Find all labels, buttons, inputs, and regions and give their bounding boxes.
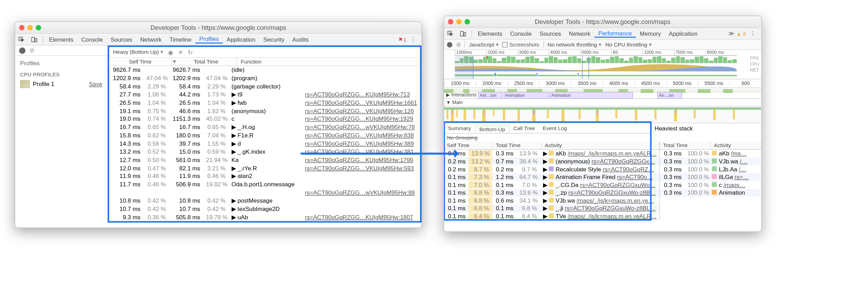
traffic-lights[interactable]: [448, 19, 470, 25]
table-row[interactable]: 0.3 ms100.0 %VJb.wa /…: [660, 158, 761, 165]
device-mode-icon[interactable]: [28, 34, 41, 45]
flame-chart[interactable]: [444, 107, 761, 123]
maximize-icon[interactable]: [465, 19, 470, 25]
table-row[interactable]: 0.3 ms100.0 %c /maps…: [660, 181, 761, 189]
col-self-time[interactable]: Self Time: [109, 58, 172, 66]
table-row[interactable]: 14.3 ms0.56 %39.7 ms1.55 %▶ drs=ACT90oGq…: [109, 139, 420, 148]
detail-tab-summary[interactable]: Summary: [444, 125, 475, 131]
col-function[interactable]: Function: [237, 58, 420, 66]
close-icon[interactable]: ✕: [178, 49, 183, 56]
tab-application[interactable]: Application: [665, 30, 701, 37]
tab-application[interactable]: Application: [223, 36, 259, 43]
clear-icon[interactable]: ⊘: [30, 47, 34, 54]
tab-network[interactable]: Network: [136, 36, 166, 43]
close-icon[interactable]: [19, 25, 25, 31]
table-row[interactable]: 0.1 ms7.3 %1.2 ms64.7 %▶Animation Frame …: [444, 173, 660, 181]
screenshots-checkbox[interactable]: [502, 42, 508, 48]
tab-sources[interactable]: Sources: [107, 36, 136, 43]
tab-timeline[interactable]: Timeline: [166, 36, 195, 43]
col-self-time[interactable]: Self Time: [444, 141, 493, 149]
table-row[interactable]: 26.5 ms1.04 %26.5 ms1.04 %▶ fwbrs=ACT90o…: [109, 99, 420, 107]
table-row[interactable]: 11.9 ms0.46 %11.9 ms0.46 %▶ atan2: [109, 172, 420, 180]
table-row[interactable]: 0.3 ms100.0 %iILGa rs=…: [660, 173, 761, 181]
timeline-ruler[interactable]: 1500 ms2000 ms2500 ms3000 ms3500 ms4000 …: [444, 79, 761, 88]
tab-security[interactable]: Security: [259, 36, 289, 43]
table-row[interactable]: 10.7 ms0.42 %10.7 ms0.42 %▶ texSubImage2…: [109, 205, 420, 213]
focus-icon[interactable]: ◉: [168, 49, 173, 56]
table-row[interactable]: 58.4 ms2.29 %58.4 ms2.29 %(garbage colle…: [109, 82, 420, 91]
tab-console[interactable]: Console: [506, 30, 536, 37]
table-row[interactable]: 13.2 ms0.52 %15.0 ms0.59 %▶ _.gK.indexrs…: [109, 148, 420, 156]
overview-selection-left[interactable]: [455, 56, 474, 79]
col-total-time[interactable]: Total Time: [493, 141, 542, 149]
table-row[interactable]: 0.1 ms7.0 %0.1 ms7.0 %▶_.CG.Da rs=ACT90o…: [444, 181, 660, 189]
more-tabs-icon[interactable]: ≫: [728, 30, 734, 36]
detail-tab-event-log[interactable]: Event Log: [539, 125, 571, 131]
view-mode-select[interactable]: Heavy (Bottom Up): [113, 49, 164, 55]
table-row[interactable]: rs=ACT90oGqRZGG…wVKUIgM95Hw:88: [109, 188, 420, 197]
table-row[interactable]: 19.0 ms0.74 %1151.3 ms45.02 %crs=ACT90oG…: [109, 115, 420, 124]
traffic-lights[interactable]: [19, 25, 41, 31]
table-row[interactable]: 1202.9 ms47.04 %1202.9 ms47.04 %(program…: [109, 74, 420, 83]
table-row[interactable]: 0.3 ms100.0 %aKb /ma…: [660, 150, 761, 158]
table-row[interactable]: 15.8 ms0.62 %180.0 ms7.04 %▶ F1e.Rrs=ACT…: [109, 131, 420, 140]
table-row[interactable]: 0.3 ms100.0 %Animation: [660, 189, 761, 197]
table-row[interactable]: 9626.7 ms9626.7 ms(idle): [109, 66, 420, 74]
col-total-time[interactable]: Total Time: [660, 141, 711, 149]
record-icon[interactable]: [447, 42, 452, 48]
tab-elements[interactable]: Elements: [474, 30, 506, 37]
table-row[interactable]: 0.1 ms6.4 %0.1 ms6.4 %▶TVe /maps/_/js/k=…: [444, 212, 660, 220]
select-element-icon[interactable]: [15, 34, 28, 45]
tab-performance[interactable]: Performance: [594, 29, 636, 37]
profile-item[interactable]: Profile 1 Save: [15, 78, 107, 90]
tab-sources[interactable]: Sources: [536, 30, 565, 37]
save-link[interactable]: Save: [89, 81, 102, 88]
table-row[interactable]: 0.2 ms8.7 %0.2 ms8.7 %▶Recalculate Style…: [444, 165, 660, 173]
table-row[interactable]: 11.7 ms0.46 %506.9 ms19.82 %Oda.b.port1.…: [109, 180, 420, 189]
tab-console[interactable]: Console: [77, 36, 107, 43]
table-row[interactable]: 12.7 ms0.50 %561.0 ms21.94 %Kars=ACT90oG…: [109, 156, 420, 164]
table-row[interactable]: 9.3 ms0.36 %505.8 ms19.78 %▶ uAbrs=ACT90…: [109, 213, 420, 221]
table-row[interactable]: 0.1 ms6.8 %0.6 ms34.1 %▶VJb.wa /maps/_/j…: [444, 197, 660, 205]
main-thread-label[interactable]: ▼ Main: [444, 99, 761, 107]
more-icon[interactable]: ⋮: [748, 30, 757, 36]
detail-tab-bottom-up[interactable]: Bottom-Up: [475, 126, 510, 132]
minimize-icon[interactable]: [456, 19, 462, 25]
table-row[interactable]: 0.1 ms6.8 %0.3 ms13.6 %▶_.zp rs=ACT90oGq…: [444, 189, 660, 197]
table-row[interactable]: 0.3 ms13.9 %0.3 ms13.9 %▶aKb /maps/_/js/…: [444, 150, 660, 158]
maximize-icon[interactable]: [36, 25, 41, 31]
minimize-icon[interactable]: [27, 25, 33, 31]
col-total-time[interactable]: Total Time: [176, 58, 237, 66]
tab-memory[interactable]: Memory: [636, 30, 665, 37]
more-icon[interactable]: ⋮: [408, 36, 418, 42]
table-row[interactable]: 16.7 ms0.65 %16.7 ms0.65 %▶ _.H.ogrs=ACT…: [109, 123, 420, 131]
overview-selection-right[interactable]: [582, 56, 589, 79]
tab-audits[interactable]: Audits: [289, 36, 313, 43]
grouping-select[interactable]: No Grouping: [444, 134, 651, 142]
language-select[interactable]: JavaScript: [469, 41, 499, 48]
record-icon[interactable]: [19, 47, 25, 53]
clear-icon[interactable]: ⊘: [456, 41, 461, 48]
table-row[interactable]: 0.2 ms13.2 %0.7 ms38.4 %▶(anonymous) rs=…: [444, 158, 660, 165]
table-row[interactable]: 10.8 ms0.42 %10.8 ms0.42 %▶ postMessage: [109, 197, 420, 205]
col-activity[interactable]: Activity: [542, 141, 660, 149]
col-activity[interactable]: Activity: [711, 141, 761, 149]
error-badge[interactable]: 1: [399, 36, 407, 42]
overview-pane[interactable]: 1000ms2000 ms3000 ms4000 ms5000 ms601000…: [444, 50, 761, 79]
select-element-icon[interactable]: [444, 28, 457, 39]
warning-badge[interactable]: ▲ 6: [736, 31, 746, 36]
network-throttle-select[interactable]: No network throttling: [548, 41, 601, 48]
table-row[interactable]: 12.0 ms0.47 %82.1 ms3.21 %▶ _.rYe.Rrs=AC…: [109, 164, 420, 172]
table-row[interactable]: 19.1 ms0.75 %46.6 ms1.82 %(anonymous)rs=…: [109, 107, 420, 115]
detail-tab-call-tree[interactable]: Call Tree: [509, 125, 539, 131]
table-row[interactable]: 0.3 ms100.0 %LJb.Aa /…: [660, 165, 761, 173]
table-row[interactable]: 0.1 ms6.8 %0.1 ms6.8 %▶_.ji rs=ACT90oGqR…: [444, 204, 660, 212]
tab-profiles[interactable]: Profiles: [195, 35, 223, 43]
cpu-throttle-select[interactable]: No CPU throttling: [606, 41, 652, 48]
device-mode-icon[interactable]: [457, 28, 470, 39]
tab-elements[interactable]: Elements: [45, 36, 77, 43]
table-row[interactable]: 27.7 ms1.08 %44.2 ms1.73 %▶ t9rs=ACT90oG…: [109, 91, 420, 99]
close-icon[interactable]: [448, 19, 453, 25]
refresh-icon[interactable]: ↻: [188, 49, 193, 56]
tab-network[interactable]: Network: [565, 30, 594, 37]
